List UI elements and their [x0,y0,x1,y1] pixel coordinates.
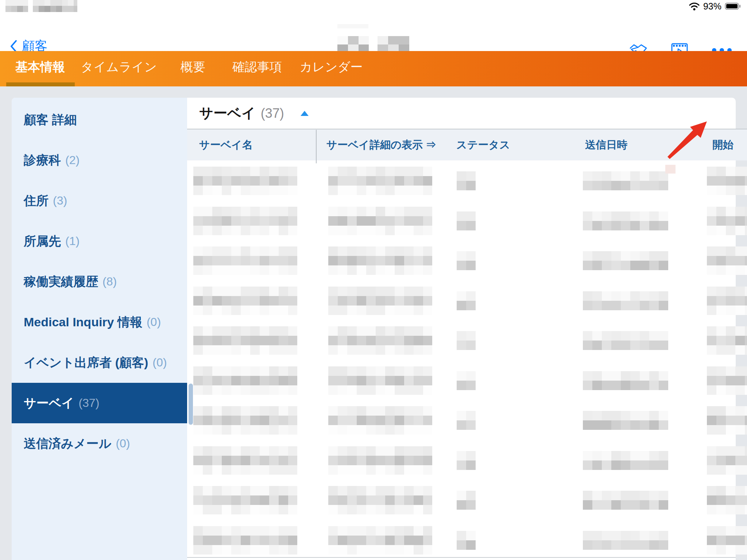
redaction-cell [423,186,432,195]
sort-asc-icon[interactable] [301,111,309,116]
redaction-cell [193,336,203,345]
redaction-cell [404,287,414,296]
column-header-2[interactable]: サーベイ詳細の表示 ⇒ [326,129,436,160]
redaction-cell [659,261,668,270]
redaction-cell [726,545,735,555]
redaction-cell [203,256,212,265]
table-row[interactable] [187,486,747,521]
redaction-cell [621,460,630,470]
tab-3[interactable]: 概要 [181,51,205,82]
sidebar-item-6[interactable]: Medical Inquiry 情報(0) [12,302,187,342]
redaction-cell [404,246,414,256]
sidebar-item-1[interactable]: 顧客 詳細 [12,100,187,140]
redaction-cell [745,456,747,465]
table-row[interactable] [187,287,747,321]
redaction-cell [457,540,466,550]
redaction-cell [348,36,359,44]
redaction-cell [231,186,241,195]
redaction-cell [193,385,203,395]
redaction-cell [250,167,260,176]
table-row[interactable] [187,326,747,361]
redaction-cell [404,425,414,435]
redaction-cell [338,216,347,226]
redaction-cell [250,495,260,505]
sidebar-item-label: 診療科 [24,152,61,169]
redaction-cell [250,176,260,186]
sidebar-item-5[interactable]: 稼働実績履歴(8) [12,261,187,302]
redaction-cell [231,226,241,235]
redaction-cell [649,211,659,221]
redaction-cell [212,216,222,226]
table-row[interactable] [187,526,747,560]
redaction-cell [726,505,735,514]
redaction-cell [414,456,423,465]
redaction-cell [366,545,376,555]
redaction-cell [707,186,716,195]
redaction-cell [726,306,735,315]
redaction-cell [414,256,423,265]
redaction-cell [288,306,297,315]
redaction-cell [395,526,404,536]
redaction-cell [250,446,260,456]
redaction-cell [193,406,203,416]
redaction-cell [414,416,423,425]
redaction-cell [611,420,621,430]
redaction-cell [726,536,735,545]
redaction-cell [269,345,279,355]
redaction-cell [404,345,414,355]
sidebar-item-8[interactable]: サーベイ(37) [12,383,187,423]
redaction-cell [338,246,347,256]
redaction-cell [466,211,476,221]
redaction-cell [466,411,476,420]
redaction-cell [611,451,621,460]
redaction-cell [212,176,222,186]
redaction-cell [602,500,611,510]
column-header-1[interactable]: サーベイ名 [199,129,253,160]
redaction-cell [241,385,250,395]
redaction-cell [212,486,222,495]
sidebar-item-9[interactable]: 送信済みメール(0) [12,423,187,464]
tab-2[interactable]: タイムライン [81,51,157,82]
table-row[interactable] [187,207,747,241]
redaction-cell [250,216,260,226]
redaction-cell [222,526,231,536]
redaction-cell [231,465,241,475]
redaction-cell [74,6,77,12]
table-row[interactable] [187,446,747,481]
redaction-cell [288,207,297,216]
redaction-cell [659,331,668,341]
tab-4[interactable]: 確認事項 [232,51,282,82]
column-header-5[interactable]: 開始 [712,129,734,160]
tab-5[interactable]: カレンダー [299,51,363,82]
redaction-cell [347,385,357,395]
table-row[interactable] [187,366,747,401]
redaction-cell [203,287,212,296]
redaction-cell [328,306,338,315]
redaction-cell [250,465,260,475]
table-row[interactable] [187,246,747,281]
redaction-cell [328,545,338,555]
redaction-cell [745,326,747,336]
redaction-cell [288,167,297,176]
redaction-cell [231,176,241,186]
redaction-cell [745,296,747,306]
redaction-cell [347,345,357,355]
redaction-cell [385,326,395,336]
redaction-cell [395,446,404,456]
redaction-cell [279,207,288,216]
sidebar-item-7[interactable]: イベント出席者 (顧客)(0) [12,342,187,383]
table-row[interactable] [187,406,747,441]
sidebar-item-2[interactable]: 診療科(2) [12,140,187,180]
table-row[interactable] [187,167,747,201]
column-header-3[interactable]: ステータス [456,129,510,160]
redaction-cell [347,446,357,456]
redaction-cell [328,246,338,256]
sidebar-item-3[interactable]: 住所(3) [12,180,187,221]
column-header-4[interactable]: 送信日時 [585,129,627,160]
redaction-cell [231,296,241,306]
sidebar-item-4[interactable]: 所属先(1) [12,221,187,261]
redaction-cell [735,465,745,475]
tab-1[interactable]: 基本情報 [15,51,65,82]
redaction-cell [357,526,366,536]
redaction-cell [630,301,640,310]
